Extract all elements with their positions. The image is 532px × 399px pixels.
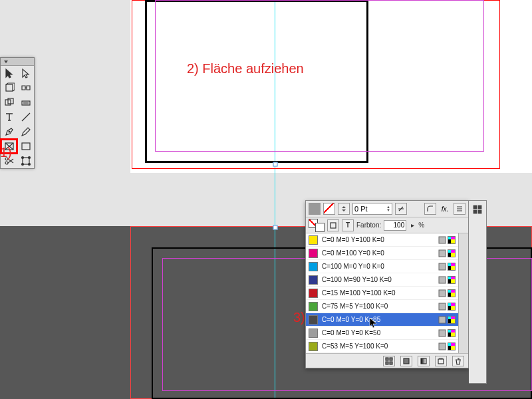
- gap-tool[interactable]: [17, 80, 34, 95]
- svg-rect-30: [438, 359, 444, 364]
- swatch-name: C=53 M=5 Y=100 K=0: [322, 342, 434, 350]
- swatches-list[interactable]: C=0 M=0 Y=100 K=0C=0 M=100 Y=0 K=0C=100 …: [306, 233, 458, 353]
- swatch-name: C=0 M=0 Y=100 K=0: [322, 236, 434, 243]
- stroke-weight-field[interactable]: 0 Pt▲▼: [352, 203, 392, 215]
- swatches-panel-icon[interactable]: [470, 202, 485, 217]
- effects-button[interactable]: fx.: [439, 203, 451, 215]
- page-tool[interactable]: [1, 80, 17, 95]
- new-swatch-button[interactable]: [435, 356, 447, 366]
- swatch-row[interactable]: C=0 M=100 Y=0 K=0: [306, 247, 458, 260]
- svg-rect-27: [390, 362, 392, 364]
- swatch-cmyk-icon: [448, 342, 456, 350]
- swatch-chip: [309, 315, 318, 325]
- swatch-cmyk-icon: [448, 236, 456, 244]
- svg-rect-21: [439, 317, 446, 323]
- annotation-step1: 1): [0, 145, 12, 160]
- swatch-name: C=100 M=0 Y=0 K=0: [322, 263, 434, 270]
- selection-tool[interactable]: [1, 66, 17, 80]
- swatch-global-icon: [438, 303, 446, 311]
- selection-handle-bottom[interactable]: [273, 162, 278, 167]
- swatches-footer: [306, 353, 468, 368]
- swatch-chip: [309, 342, 318, 351]
- stroke-proxy[interactable]: [323, 203, 335, 215]
- svg-rect-0: [6, 84, 13, 91]
- swatch-type-icons: [438, 236, 456, 244]
- svg-rect-31: [473, 205, 477, 209]
- swatch-name: C=0 M=100 Y=0 K=0: [322, 249, 434, 257]
- stroke-style-dropdown[interactable]: [395, 203, 407, 215]
- swatch-type-icons: [438, 263, 456, 271]
- show-all-swatches-button[interactable]: [383, 356, 395, 366]
- svg-rect-9: [23, 158, 29, 164]
- swatch-chip: [309, 289, 318, 298]
- swatch-global-icon: [438, 249, 446, 257]
- swatch-row[interactable]: C=53 M=5 Y=100 K=0: [306, 340, 458, 353]
- swatch-row[interactable]: C=15 M=100 Y=100 K=0: [306, 287, 458, 300]
- swatch-name: C=100 M=90 Y=10 K=0: [322, 276, 434, 283]
- direct-selection-tool[interactable]: [17, 66, 34, 80]
- swatches-scrollbar[interactable]: [458, 233, 468, 353]
- swatch-name: C=15 M=100 Y=100 K=0: [322, 289, 434, 297]
- content-placer-tool[interactable]: [17, 95, 34, 110]
- swatch-chip: [309, 262, 318, 271]
- formatting-text-button[interactable]: T: [342, 219, 354, 231]
- fill-stroke-proxy[interactable]: [309, 219, 325, 232]
- swatch-chip: [309, 302, 318, 311]
- tools-panel-header[interactable]: [1, 58, 34, 66]
- show-color-swatches-button[interactable]: [400, 356, 412, 366]
- corner-options-button[interactable]: [424, 203, 436, 215]
- svg-rect-16: [439, 250, 446, 257]
- show-gradient-swatches-button[interactable]: [418, 356, 430, 366]
- svg-rect-20: [439, 303, 446, 310]
- tint-slider-arrow[interactable]: ▸: [409, 219, 416, 231]
- swatch-global-icon: [438, 263, 446, 271]
- free-transform-tool[interactable]: [17, 154, 34, 168]
- swatch-chip: [309, 275, 318, 285]
- swatches-options-row: T Farbton: ▸ %: [306, 217, 468, 233]
- line-tool[interactable]: [17, 110, 34, 124]
- annotation-step2: 2) Fläche aufziehen: [187, 61, 304, 76]
- swatch-global-icon: [438, 329, 446, 337]
- type-tool[interactable]: [1, 110, 17, 124]
- svg-point-4: [9, 131, 10, 132]
- swatch-row[interactable]: C=100 M=90 Y=10 K=0: [306, 273, 458, 287]
- swatch-cmyk-icon: [448, 263, 456, 271]
- fill-proxy[interactable]: [309, 203, 321, 215]
- swatch-type-icons: [438, 249, 456, 257]
- swatch-row[interactable]: C=0 M=0 Y=100 K=0: [306, 233, 458, 247]
- panel-dock-right: [469, 200, 487, 384]
- stroke-weight-stepper[interactable]: [338, 203, 350, 215]
- swatch-row[interactable]: C=0 M=0 Y=0 K=50: [306, 327, 458, 340]
- control-bar: 0 Pt▲▼ fx.: [306, 201, 468, 217]
- selection-handle-top-2[interactable]: [273, 225, 278, 230]
- swatch-type-icons: [438, 316, 456, 324]
- swatch-name: C=0 M=0 Y=0 K=85: [322, 316, 434, 323]
- svg-rect-3: [22, 101, 30, 105]
- swatch-type-icons: [438, 289, 456, 297]
- swatch-type-icons: [438, 342, 456, 350]
- panel-menu-button[interactable]: [454, 203, 466, 215]
- swatch-cmyk-icon: [448, 303, 456, 311]
- svg-rect-33: [473, 210, 477, 213]
- swatch-cmyk-icon: [448, 289, 456, 297]
- content-collector-tool[interactable]: [1, 95, 17, 110]
- delete-swatch-button[interactable]: [452, 356, 464, 366]
- swatch-row[interactable]: C=100 M=0 Y=0 K=0: [306, 260, 458, 273]
- control-swatches-panel: 0 Pt▲▼ fx. T Farbton: ▸ % C=0 M=0 Y=100 …: [305, 200, 469, 368]
- svg-rect-32: [478, 205, 481, 209]
- formatting-container-button[interactable]: [327, 219, 339, 231]
- swatch-row[interactable]: C=75 M=5 Y=100 K=0: [306, 300, 458, 313]
- svg-rect-26: [386, 362, 388, 364]
- svg-rect-25: [390, 358, 392, 360]
- pencil-tool[interactable]: [17, 124, 34, 139]
- svg-rect-29: [421, 358, 426, 364]
- swatch-type-icons: [438, 276, 456, 284]
- swatch-row[interactable]: C=0 M=0 Y=0 K=85: [306, 313, 458, 327]
- svg-point-12: [21, 164, 23, 166]
- pen-tool[interactable]: [1, 124, 17, 139]
- rectangle-tool[interactable]: [17, 139, 34, 154]
- swatch-global-icon: [438, 276, 446, 284]
- tint-value-field[interactable]: [384, 220, 406, 231]
- svg-rect-28: [404, 358, 409, 364]
- svg-rect-6: [22, 143, 30, 150]
